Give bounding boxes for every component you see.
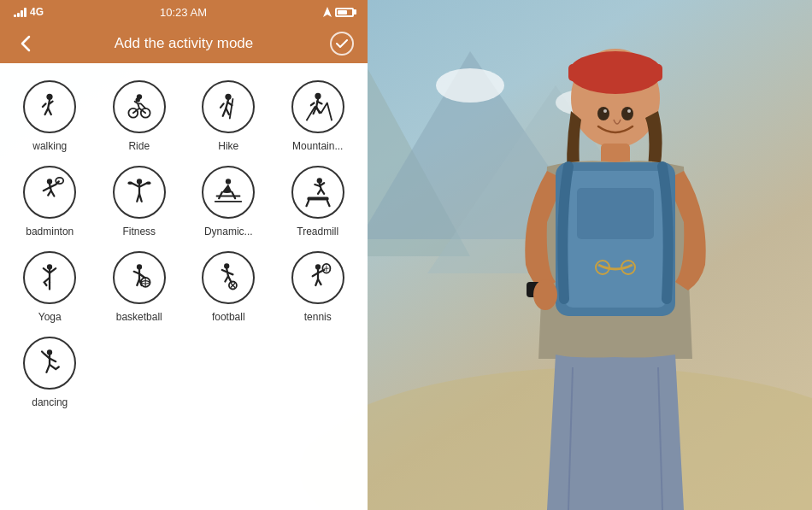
confirm-button[interactable] [330,32,354,56]
check-icon [336,39,348,49]
activity-ride[interactable]: Ride [98,80,181,152]
dynamic-label: Dynamic... [204,226,253,237]
fitness-icon-circle [113,166,166,219]
tennis-icon [303,262,333,293]
status-time: 10:23 AM [160,6,207,19]
activity-yoga[interactable]: Yoga [9,251,91,323]
treadmill-icon-circle [291,166,344,219]
fitness-icon [124,177,155,208]
ride-label: Ride [128,140,150,152]
page-title: Add the activity mode [115,35,254,52]
network-label: 4G [30,6,44,18]
dancing-label: dancing [32,396,68,408]
phone-panel: 4G 10:23 AM Add the activity mode [0,0,368,510]
dancing-icon [34,348,65,378]
football-label: football [212,311,245,323]
svg-line-39 [306,201,309,206]
svg-point-31 [56,178,63,184]
svg-point-18 [621,107,633,120]
activity-basketball[interactable]: basketball [98,251,181,323]
svg-marker-22 [323,7,332,17]
back-icon [21,35,31,52]
svg-rect-34 [146,181,150,185]
location-icon [323,7,332,17]
mountain-icon [303,91,333,122]
svg-point-35 [226,179,231,184]
dynamic-icon-circle [202,166,255,219]
hike-label: Hike [218,140,238,152]
basketball-label: basketball [116,311,162,323]
svg-rect-9 [568,64,662,81]
activity-fitness[interactable]: Fitness [98,166,181,237]
activity-walking[interactable]: walking [9,80,91,152]
svg-point-27 [135,97,139,102]
activity-dancing[interactable]: dancing [9,337,91,408]
ride-icon [124,91,155,122]
walking-icon [34,91,65,122]
badminton-icon [34,177,65,208]
activities-content: walking Ride [0,63,368,510]
signal-bar-4 [24,8,26,17]
yoga-icon-circle [23,251,76,304]
svg-point-17 [597,107,609,120]
signal-bar-1 [14,15,16,17]
activity-badminton[interactable]: badminton [9,166,91,237]
svg-point-20 [627,109,631,113]
signal-bar-3 [21,10,23,17]
svg-rect-33 [127,181,132,185]
activity-hike[interactable]: Hike [187,80,270,152]
svg-rect-13 [577,188,654,239]
svg-point-4 [436,68,504,103]
back-button[interactable] [14,32,38,56]
badminton-icon-circle [23,166,76,219]
tennis-icon-circle [291,251,344,304]
activity-football[interactable]: football [187,251,270,323]
mountain-icon-circle [291,80,344,133]
dancing-icon-circle [23,337,76,390]
signal-bars [14,7,26,17]
svg-rect-37 [307,196,328,201]
treadmill-label: Treadmill [297,226,338,237]
status-right [323,7,354,17]
yoga-icon [34,262,65,293]
basketball-icon [124,262,155,293]
football-icon-circle [202,251,255,304]
activity-dynamic[interactable]: Dynamic... [187,166,270,237]
badminton-label: badminton [26,226,74,237]
yoga-label: Yoga [38,311,62,323]
battery-icon [335,8,354,17]
tennis-label: tennis [304,311,332,323]
dynamic-icon [213,177,244,208]
fitness-label: Fitness [122,226,156,237]
svg-point-21 [533,279,557,310]
header: Add the activity mode [0,24,368,63]
signal-bar-2 [17,13,20,17]
hike-icon-circle [202,80,255,133]
status-left: 4G [14,6,44,18]
mountain-label: Mountain... [292,140,343,152]
hike-icon [213,91,244,122]
activities-grid: walking Ride [9,80,359,408]
walking-icon-circle [23,80,76,133]
status-bar: 4G 10:23 AM [0,0,368,24]
ride-icon-circle [113,80,166,133]
activity-tennis[interactable]: tennis [277,251,360,323]
football-icon [213,262,244,293]
svg-point-19 [603,109,607,113]
battery-fill [338,10,347,15]
activity-mountain[interactable]: Mountain... [277,80,360,152]
treadmill-icon [303,177,333,208]
basketball-icon-circle [113,251,166,304]
activity-treadmill[interactable]: Treadmill [277,166,360,237]
walking-label: walking [32,140,67,152]
svg-line-40 [327,201,330,206]
